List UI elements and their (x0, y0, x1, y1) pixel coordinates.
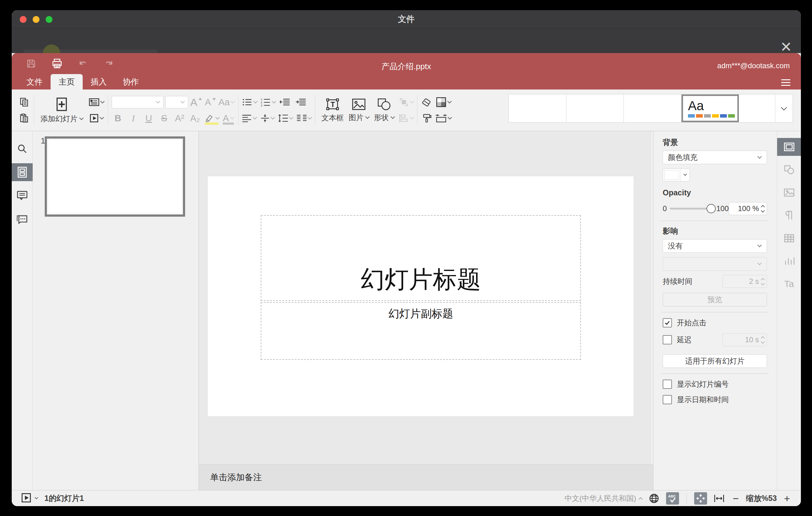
increase-indent-icon[interactable] (295, 96, 308, 109)
title-placeholder[interactable]: 幻灯片标题 (261, 215, 581, 301)
color-scheme-icon[interactable] (435, 96, 451, 109)
fill-color-picker[interactable] (663, 169, 690, 181)
slide-canvas[interactable]: 幻灯片标题 幻灯片副标题 (208, 176, 634, 416)
slide-settings-icon[interactable] (777, 138, 801, 156)
zoom-out-icon[interactable]: − (731, 493, 741, 504)
chat-icon[interactable] (12, 210, 33, 228)
search-icon[interactable] (12, 140, 33, 158)
bold-icon[interactable]: B (112, 112, 124, 125)
fit-to-slide-icon[interactable] (694, 492, 707, 505)
spellcheck-icon[interactable]: ABC (666, 492, 679, 505)
effect-variant-select[interactable] (663, 257, 767, 271)
tab-home[interactable]: 主页 (51, 74, 83, 89)
italic-icon[interactable]: I (127, 112, 140, 125)
image-settings-icon[interactable] (777, 183, 801, 202)
theme-thumb-blank-4[interactable] (739, 94, 775, 122)
strikeout-icon[interactable]: S (158, 112, 170, 125)
tab-insert[interactable]: 插入 (83, 74, 115, 89)
subscript-icon[interactable]: A₂ (189, 112, 201, 125)
slides-panel-icon[interactable] (12, 163, 33, 181)
subtitle-placeholder[interactable]: 幻灯片副标题 (261, 302, 581, 360)
tab-file[interactable]: 文件 (19, 74, 51, 89)
language-selector[interactable]: 中文(中华人民共和国) (564, 493, 642, 503)
fill-type-select[interactable]: 颜色填充 (663, 151, 767, 164)
underline-icon[interactable]: U (143, 112, 155, 125)
insert-image-button[interactable]: 图片 (346, 98, 372, 122)
tab-collaboration[interactable]: 协作 (115, 74, 147, 89)
delay-label: 延迟 (677, 335, 692, 345)
redo-icon[interactable] (103, 58, 115, 69)
increase-font-icon[interactable]: A (190, 96, 202, 109)
add-slide-button[interactable]: 添加幻灯片 (38, 96, 85, 124)
insert-shape-button[interactable]: 形状 (372, 98, 397, 122)
textart-settings-icon[interactable]: Ta (777, 275, 801, 293)
line-spacing-icon[interactable] (278, 112, 293, 125)
effect-select[interactable]: 没有 (663, 239, 767, 253)
fill-color-dropdown-icon[interactable] (680, 169, 690, 181)
preview-options-icon[interactable] (34, 496, 38, 499)
decrease-indent-icon[interactable] (279, 96, 292, 109)
traffic-light-zoom[interactable] (46, 16, 53, 23)
opacity-down-icon[interactable] (761, 209, 765, 212)
bullets-icon[interactable] (242, 96, 257, 109)
close-icon[interactable]: ✕ (779, 41, 793, 54)
insert-textbox-button[interactable]: T 文本框 (319, 97, 346, 123)
horizontal-align-icon[interactable] (242, 112, 256, 125)
preview-button[interactable]: 预览 (663, 293, 767, 307)
apply-to-all-slides-button[interactable]: 适用于所有幻灯片 (663, 354, 767, 368)
table-settings-icon[interactable] (777, 229, 801, 247)
show-slide-number-checkbox[interactable] (663, 380, 672, 389)
superscript-icon[interactable]: A² (173, 112, 186, 125)
copy-style-icon[interactable] (421, 112, 433, 125)
theme-thumb-blank-2[interactable] (567, 94, 624, 122)
traffic-light-close[interactable] (20, 16, 27, 23)
print-icon[interactable] (51, 58, 63, 69)
canvas-scrollbar[interactable] (651, 131, 653, 464)
font-name-combo[interactable] (112, 96, 164, 108)
theme-thumb-selected[interactable]: Aa (682, 94, 739, 122)
theme-thumb-blank-1[interactable] (509, 94, 567, 122)
fit-to-width-icon[interactable] (713, 492, 726, 505)
opacity-slider-handle[interactable] (706, 204, 716, 213)
columns-icon[interactable] (296, 112, 311, 125)
traffic-light-minimize[interactable] (33, 16, 39, 23)
decrease-font-icon[interactable]: A (204, 96, 216, 109)
change-layout-icon[interactable] (89, 96, 104, 109)
delay-spinner[interactable]: 10 s (723, 333, 767, 346)
zoom-in-icon[interactable]: + (782, 493, 792, 504)
shape-settings-icon[interactable] (777, 161, 801, 179)
align-shape-icon[interactable] (399, 112, 413, 125)
theme-thumb-blank-3[interactable] (624, 94, 682, 122)
change-case-icon[interactable]: Aa (219, 96, 234, 109)
font-size-combo[interactable] (165, 96, 188, 108)
numbering-icon[interactable]: 123 (261, 96, 276, 109)
paste-icon[interactable] (18, 112, 30, 125)
duration-spinner[interactable]: 2 s (723, 275, 767, 288)
chart-settings-icon[interactable] (777, 252, 801, 270)
slide-size-icon[interactable] (435, 112, 451, 125)
opacity-slider[interactable] (670, 208, 708, 209)
copy-icon[interactable] (18, 96, 30, 109)
comments-icon[interactable] (12, 187, 33, 205)
opacity-spinner[interactable]: 100 % (729, 202, 767, 215)
undo-icon[interactable] (77, 58, 89, 69)
start-on-click-checkbox[interactable] (663, 318, 672, 327)
arrange-shape-icon[interactable] (399, 96, 413, 109)
highlight-color-icon[interactable] (204, 112, 219, 125)
notes-area[interactable]: 单击添加备注 (199, 464, 653, 490)
paragraph-settings-icon[interactable] (777, 206, 801, 224)
save-icon[interactable] (25, 58, 37, 69)
start-preview-icon[interactable] (21, 492, 31, 504)
document-language-icon[interactable] (647, 492, 661, 505)
menu-icon[interactable] (781, 79, 790, 86)
start-slideshow-icon[interactable] (89, 112, 104, 125)
show-date-time-checkbox[interactable] (663, 395, 672, 404)
vertical-align-icon[interactable] (260, 112, 274, 125)
theme-gallery-expand-icon[interactable] (775, 94, 792, 122)
delay-checkbox[interactable] (663, 335, 672, 344)
font-color-icon[interactable]: A (222, 112, 234, 125)
slide-canvas-area[interactable]: 幻灯片标题 幻灯片副标题 (199, 131, 653, 464)
clear-style-icon[interactable] (421, 96, 433, 109)
slide-thumbnail[interactable] (45, 136, 185, 217)
opacity-up-icon[interactable] (761, 205, 765, 209)
